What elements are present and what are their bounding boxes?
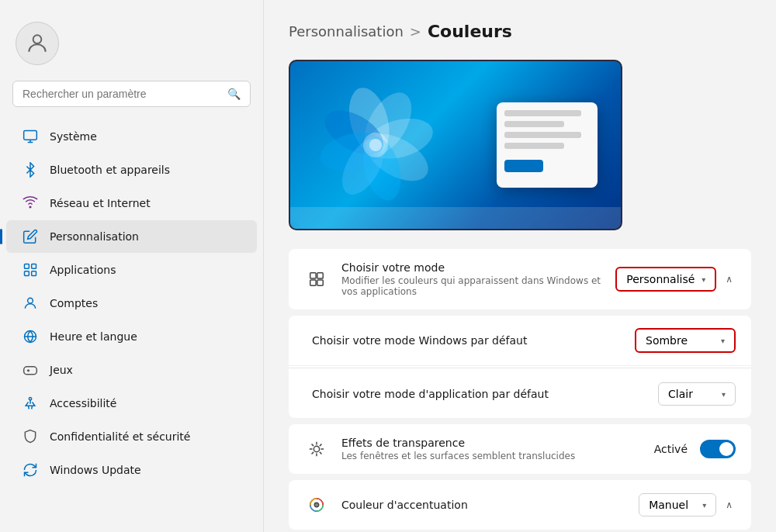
svg-point-27 bbox=[314, 503, 319, 507]
settings-text-transparency: Effets de transparence Les fenêtres et l… bbox=[341, 437, 642, 461]
accessibility-icon bbox=[22, 395, 39, 412]
preview-bg bbox=[290, 61, 621, 229]
expand-icon[interactable]: ∧ bbox=[722, 496, 736, 513]
chevron-down-icon: ▾ bbox=[702, 275, 705, 284]
settings-desc: Les fenêtres et les surfaces semblent tr… bbox=[341, 451, 642, 461]
user-section bbox=[0, 0, 263, 81]
mode-dropdown-value: Personnalisé bbox=[626, 273, 695, 285]
window-line bbox=[504, 121, 564, 127]
expand-icon[interactable]: ∧ bbox=[722, 271, 736, 288]
sidebar: 🔍 Système Bluetooth et appareils bbox=[0, 0, 264, 532]
settings-row-mode-windows: Choisir votre mode Windows par défaut So… bbox=[289, 316, 751, 366]
settings-text-mode-windows: Choisir votre mode Windows par défaut bbox=[304, 334, 622, 347]
network-icon bbox=[22, 195, 39, 212]
transparency-icon bbox=[304, 437, 329, 461]
settings-title: Choisir votre mode bbox=[341, 261, 603, 274]
search-input[interactable] bbox=[23, 88, 221, 100]
mode-app-dropdown[interactable]: Clair ▾ bbox=[658, 382, 736, 406]
settings-title: Choisir votre mode d'application par déf… bbox=[312, 388, 646, 400]
breadcrumb: Personnalisation > Couleurs bbox=[289, 22, 751, 41]
settings-row-transparency: Effets de transparence Les fenêtres et l… bbox=[289, 424, 751, 474]
sidebar-item-jeux[interactable]: Jeux bbox=[6, 354, 257, 386]
accentuation-value: Manuel bbox=[649, 499, 688, 511]
svg-rect-3 bbox=[25, 264, 29, 269]
settings-text-accentuation: Couleur d'accentuation bbox=[341, 499, 626, 511]
sidebar-item-label: Heure et langue bbox=[50, 330, 137, 343]
sidebar-item-label: Applications bbox=[50, 264, 116, 276]
breadcrumb-separator: > bbox=[410, 23, 421, 40]
divider bbox=[289, 368, 751, 368]
sidebar-item-comptes[interactable]: Comptes bbox=[6, 287, 257, 320]
sidebar-item-windows-update[interactable]: Windows Update bbox=[6, 454, 257, 486]
palette-icon bbox=[304, 267, 329, 292]
window-line bbox=[504, 132, 581, 138]
grid-icon bbox=[22, 261, 39, 278]
settings-text-mode: Choisir votre mode Modifier les couleurs… bbox=[341, 261, 603, 297]
preview-image bbox=[289, 60, 622, 230]
svg-rect-5 bbox=[25, 271, 29, 276]
sidebar-item-label: Système bbox=[50, 130, 97, 143]
sidebar-item-label: Réseau et Internet bbox=[50, 197, 151, 209]
svg-rect-22 bbox=[310, 280, 316, 285]
refresh-icon bbox=[22, 461, 39, 478]
window-line bbox=[504, 143, 564, 149]
sidebar-item-reseau[interactable]: Réseau et Internet bbox=[6, 187, 257, 219]
svg-point-2 bbox=[29, 206, 31, 208]
settings-panel-accentuation: Couleur d'accentuation Manuel ▾ ∧ bbox=[289, 480, 751, 530]
sidebar-item-systeme[interactable]: Système bbox=[6, 120, 257, 153]
sidebar-item-label: Accessibilité bbox=[50, 397, 116, 409]
breadcrumb-parent[interactable]: Personnalisation bbox=[289, 23, 404, 40]
chevron-down-icon: ▾ bbox=[721, 337, 725, 345]
svg-rect-23 bbox=[317, 273, 323, 278]
taskbar bbox=[290, 207, 621, 229]
mode-dropdown[interactable]: Personnalisé ▾ bbox=[615, 267, 716, 292]
settings-text-mode-app: Choisir votre mode d'application par déf… bbox=[304, 388, 646, 400]
nav-list: Système Bluetooth et appareils Réseau e bbox=[0, 119, 263, 532]
accentuation-dropdown[interactable]: Manuel ▾ bbox=[639, 493, 716, 516]
sidebar-item-confidentialite[interactable]: Confidentialité et sécurité bbox=[6, 420, 257, 453]
svg-point-25 bbox=[314, 446, 319, 451]
chevron-down-icon: ▾ bbox=[702, 501, 706, 510]
gamepad-icon bbox=[22, 361, 39, 378]
sidebar-item-bluetooth[interactable]: Bluetooth et appareils bbox=[6, 154, 257, 186]
window-card bbox=[497, 102, 598, 188]
settings-control-accentuation: Manuel ▾ ∧ bbox=[639, 493, 736, 516]
sidebar-item-label: Jeux bbox=[50, 364, 73, 376]
svg-point-0 bbox=[33, 35, 42, 43]
sidebar-item-label: Windows Update bbox=[50, 464, 141, 476]
settings-panel-transparency: Effets de transparence Les fenêtres et l… bbox=[289, 424, 751, 474]
settings-title: Couleur d'accentuation bbox=[341, 499, 626, 511]
svg-point-10 bbox=[29, 398, 31, 400]
sidebar-item-personnalisation[interactable]: Personnalisation bbox=[6, 220, 257, 253]
breadcrumb-current: Couleurs bbox=[428, 22, 512, 41]
sidebar-item-label: Comptes bbox=[50, 297, 98, 309]
settings-panel-mode: Choisir votre mode Modifier les couleurs… bbox=[289, 249, 751, 309]
shield-icon bbox=[22, 428, 39, 445]
settings-panel-mode-details: Choisir votre mode Windows par défaut So… bbox=[289, 316, 751, 418]
mode-windows-dropdown[interactable]: Sombre ▾ bbox=[635, 328, 736, 353]
svg-point-7 bbox=[28, 298, 33, 303]
svg-rect-4 bbox=[32, 264, 36, 269]
svg-point-20 bbox=[369, 139, 382, 151]
main-content: Personnalisation > Couleurs bbox=[264, 0, 776, 532]
settings-title: Choisir votre mode Windows par défaut bbox=[312, 334, 622, 347]
avatar[interactable] bbox=[16, 22, 59, 65]
settings-desc: Modifier les couleurs qui apparaissent d… bbox=[341, 275, 603, 297]
settings-control-mode-app: Clair ▾ bbox=[658, 382, 736, 406]
monitor-icon bbox=[22, 128, 39, 145]
pencil-icon bbox=[22, 228, 39, 245]
sidebar-item-label: Bluetooth et appareils bbox=[50, 164, 170, 176]
settings-control-mode-windows: Sombre ▾ bbox=[635, 328, 736, 353]
search-box[interactable]: 🔍 bbox=[12, 81, 251, 107]
sidebar-item-heure[interactable]: Heure et langue bbox=[6, 320, 257, 353]
transparency-toggle[interactable] bbox=[700, 440, 736, 458]
person-icon bbox=[22, 295, 39, 312]
settings-title: Effets de transparence bbox=[341, 437, 642, 449]
sidebar-item-accessibilite[interactable]: Accessibilité bbox=[6, 387, 257, 420]
search-icon: 🔍 bbox=[227, 88, 241, 100]
settings-control-mode: Personnalisé ▾ ∧ bbox=[615, 267, 736, 292]
sidebar-item-applications[interactable]: Applications bbox=[6, 254, 257, 286]
svg-rect-9 bbox=[24, 367, 37, 375]
globe-icon bbox=[22, 328, 39, 345]
settings-row-choisir-mode: Choisir votre mode Modifier les couleurs… bbox=[289, 249, 751, 309]
